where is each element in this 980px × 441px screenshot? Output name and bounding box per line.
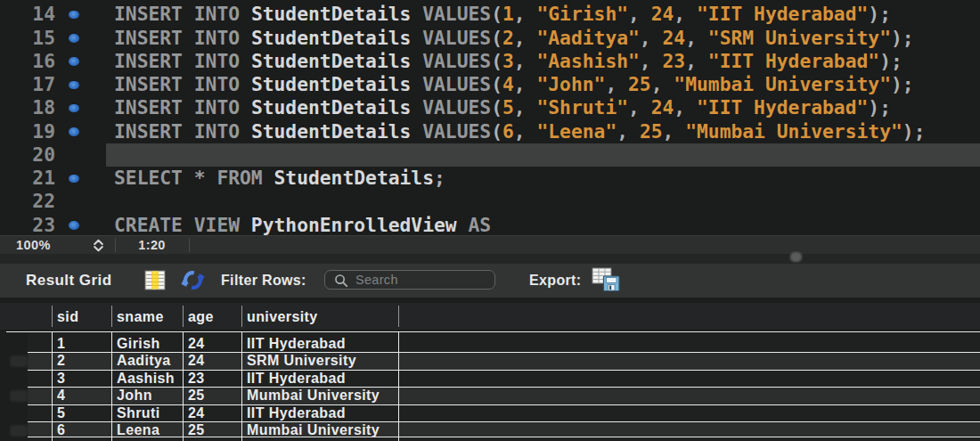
code-text: CREATE VIEW PythonEnrolledView AS — [114, 214, 491, 237]
column-header-university[interactable]: university — [247, 303, 318, 330]
grid-cell-age[interactable]: 23 — [188, 371, 240, 387]
grid-cell-age[interactable]: 24 — [188, 405, 240, 421]
grid-cell-age[interactable]: 25 — [188, 388, 240, 404]
grid-row-5[interactable]: 5Shruti24IIT Hyderabad — [28, 405, 980, 422]
sql-editor[interactable]: 14INSERT INTO StudentDetails VALUES(1, "… — [0, 0, 980, 235]
zoom-level: 100% — [16, 236, 51, 254]
grid-cell-university[interactable]: Mumbai University — [247, 422, 396, 437]
line-number: 20 — [0, 143, 55, 167]
line-number: 22 — [0, 190, 55, 213]
editor-line-20[interactable]: 20 — [0, 143, 980, 167]
mysql-workbench-result-panel: 14INSERT INTO StudentDetails VALUES(1, "… — [0, 0, 980, 441]
grid-cell-university[interactable]: IIT Hyderabad — [247, 405, 396, 421]
grid-cell-age[interactable]: 24 — [188, 332, 240, 352]
header-separator — [241, 306, 242, 327]
statement-marker-icon — [69, 34, 79, 43]
export-label: Export: — [529, 264, 581, 298]
line-number: 23 — [0, 214, 55, 237]
editor-scrollbar-track — [0, 254, 980, 264]
grid-column-line — [398, 331, 399, 441]
result-grid-title: Result Grid — [26, 264, 112, 298]
search-icon — [334, 274, 348, 288]
code-text: INSERT INTO StudentDetails VALUES(1, "Gi… — [114, 3, 891, 26]
zoom-stepper-icon[interactable] — [92, 239, 105, 252]
search-input[interactable] — [355, 271, 487, 289]
statusbar-divider — [189, 238, 190, 252]
grid-cell-sid[interactable]: 1 — [57, 332, 110, 352]
code-text: INSERT INTO StudentDetails VALUES(6, "Le… — [114, 120, 925, 143]
grid-cell-age[interactable]: 24 — [188, 353, 240, 369]
column-header-sid[interactable]: sid — [57, 303, 78, 330]
grid-cell-sid[interactable]: 5 — [57, 405, 110, 421]
column-header-age[interactable]: age — [188, 303, 214, 330]
code-text: INSERT INTO StudentDetails VALUES(5, "Sh… — [114, 96, 891, 119]
statement-marker-icon — [69, 221, 79, 230]
header-separator — [111, 306, 112, 327]
header-separator — [183, 306, 184, 327]
grid-next-row-strip — [28, 437, 980, 441]
grid-cell-university[interactable]: IIT Hyderabad — [247, 332, 396, 352]
statement-marker-icon — [69, 104, 79, 113]
editor-line-16[interactable]: 16INSERT INTO StudentDetails VALUES(3, "… — [0, 50, 980, 73]
editor-line-21[interactable]: 21SELECT * FROM StudentDetails; — [0, 167, 980, 190]
grid-cell-sid[interactable]: 4 — [57, 388, 110, 404]
result-grid-toolbar: Result Grid — [0, 264, 980, 298]
grid-column-line — [111, 331, 112, 441]
header-separator — [52, 306, 53, 327]
statement-marker-icon — [69, 127, 79, 136]
line-number: 19 — [0, 120, 55, 143]
result-grid: sidsnameageuniversity 1Girish24IIT Hyder… — [0, 298, 980, 441]
grid-column-line — [183, 331, 184, 441]
editor-line-23[interactable]: 23CREATE VIEW PythonEnrolledView AS — [0, 214, 980, 237]
statement-marker-icon — [69, 11, 79, 20]
export-icon[interactable] — [592, 267, 621, 293]
editor-line-22[interactable]: 22 — [0, 190, 980, 213]
line-number: 16 — [0, 50, 55, 73]
grid-view-icon[interactable] — [144, 270, 166, 290]
code-text: INSERT INTO StudentDetails VALUES(3, "Aa… — [114, 50, 902, 73]
scrollbar-thumb[interactable] — [790, 252, 802, 262]
code-text: SELECT * FROM StudentDetails; — [114, 167, 445, 190]
editor-line-14[interactable]: 14INSERT INTO StudentDetails VALUES(1, "… — [0, 3, 980, 26]
row-marker — [10, 425, 28, 437]
grid-column-line — [52, 331, 53, 441]
refresh-icon[interactable] — [181, 269, 205, 291]
editor-line-15[interactable]: 15INSERT INTO StudentDetails VALUES(2, "… — [0, 27, 980, 50]
grid-row-6[interactable]: 6Leena25Mumbai University — [28, 422, 980, 437]
grid-cell-sid[interactable]: 3 — [57, 371, 110, 387]
grid-cell-sid[interactable]: 2 — [57, 353, 110, 369]
editor-line-19[interactable]: 19INSERT INTO StudentDetails VALUES(6, "… — [0, 120, 980, 143]
row-marker — [10, 355, 28, 367]
grid-cell-sname[interactable]: Girish — [117, 332, 181, 352]
line-number: 18 — [0, 96, 55, 119]
editor-line-18[interactable]: 18INSERT INTO StudentDetails VALUES(5, "… — [0, 96, 980, 119]
grid-cell-university[interactable]: Mumbai University — [247, 388, 396, 404]
header-separator — [398, 306, 399, 327]
grid-cell-sid[interactable]: 6 — [57, 422, 110, 437]
editor-line-17[interactable]: 17INSERT INTO StudentDetails VALUES(4, "… — [0, 73, 980, 96]
statement-marker-icon — [69, 57, 79, 66]
row-marker — [10, 390, 28, 402]
grid-cell-age[interactable]: 25 — [188, 422, 240, 437]
cursor-position: 1:20 — [135, 236, 168, 254]
statusbar-divider — [115, 238, 116, 252]
filter-rows-label: Filter Rows: — [221, 264, 306, 298]
grid-cell-sname[interactable]: Shruti — [117, 405, 181, 421]
grid-cell-sname[interactable]: Aaditya — [117, 353, 181, 369]
grid-cell-university[interactable]: IIT Hyderabad — [247, 371, 396, 387]
statement-marker-icon — [69, 81, 79, 90]
column-header-sname[interactable]: sname — [117, 303, 164, 330]
result-grid-body: 1Girish24IIT Hyderabad2Aaditya24SRM Univ… — [0, 331, 980, 441]
search-box — [324, 270, 495, 290]
line-number: 17 — [0, 73, 55, 96]
grid-cell-sname[interactable]: Leena — [117, 422, 181, 437]
grid-cell-sname[interactable]: John — [117, 388, 181, 404]
grid-row-3[interactable]: 3Aashish23IIT Hyderabad — [28, 371, 980, 388]
grid-row-4[interactable]: 4John25Mumbai University — [28, 388, 980, 404]
editor-statusbar: 100% 1:20 — [0, 235, 980, 254]
grid-row-1[interactable]: 1Girish24IIT Hyderabad — [28, 332, 980, 353]
grid-cell-university[interactable]: SRM University — [247, 353, 396, 369]
line-number: 14 — [0, 3, 55, 26]
grid-row-2[interactable]: 2Aaditya24SRM University — [28, 353, 980, 370]
grid-cell-sname[interactable]: Aashish — [117, 371, 181, 387]
